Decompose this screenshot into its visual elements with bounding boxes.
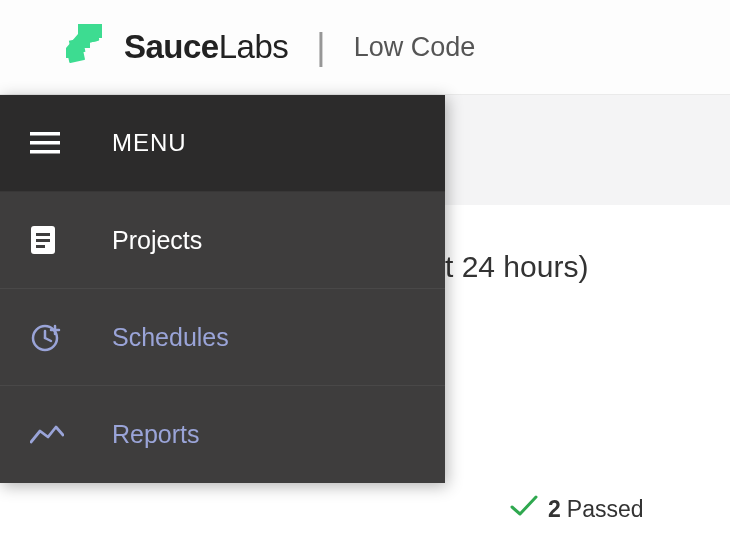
brand-divider: | — [316, 26, 325, 68]
svg-rect-5 — [30, 141, 60, 145]
brand-sub: Low Code — [354, 32, 476, 63]
top-bar: SauceLabs | Low Code — [0, 0, 730, 95]
sidebar-item-reports[interactable]: Reports — [0, 386, 445, 483]
status-passed-count: 2 — [548, 496, 561, 523]
svg-line-13 — [45, 338, 51, 341]
side-nav: MENU Projects — [0, 95, 445, 483]
svg-rect-8 — [36, 233, 50, 236]
sidebar-item-projects-label: Projects — [112, 226, 202, 255]
document-icon — [30, 225, 74, 255]
saucelabs-logo-icon — [60, 22, 106, 72]
checkmark-icon — [510, 495, 538, 523]
clock-plus-icon — [30, 321, 74, 353]
app-window: SauceLabs | Low Code t 24 hours) 2 Passe… — [0, 0, 730, 550]
sidebar-item-reports-label: Reports — [112, 420, 200, 449]
svg-rect-4 — [30, 132, 60, 136]
svg-rect-9 — [36, 239, 50, 242]
brand-light: Labs — [219, 28, 289, 65]
brand-name: SauceLabs — [124, 28, 288, 66]
brand-logo[interactable]: SauceLabs | Low Code — [60, 22, 475, 72]
sidebar-item-schedules-label: Schedules — [112, 323, 229, 352]
sidebar-item-schedules[interactable]: Schedules — [0, 289, 445, 386]
menu-toggle[interactable]: MENU — [0, 95, 445, 192]
sidebar-item-projects[interactable]: Projects — [0, 192, 445, 289]
svg-marker-3 — [78, 24, 102, 48]
svg-rect-6 — [30, 150, 60, 154]
brand-bold: Sauce — [124, 28, 219, 65]
content-title-partial: t 24 hours) — [445, 250, 588, 284]
hamburger-icon — [30, 132, 74, 154]
status-passed: 2 Passed — [510, 495, 644, 523]
status-passed-label: Passed — [567, 496, 644, 523]
chart-line-icon — [30, 425, 74, 445]
menu-label: MENU — [112, 129, 187, 157]
svg-rect-10 — [36, 245, 45, 248]
